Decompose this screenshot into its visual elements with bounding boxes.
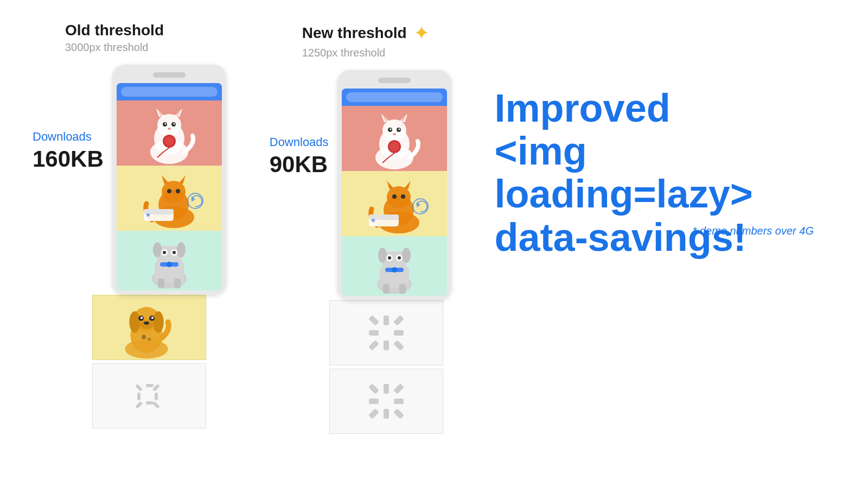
svg-point-75 — [372, 219, 375, 222]
svg-point-61 — [390, 129, 391, 130]
dog-mint-svg — [117, 231, 222, 290]
new-downloads-size: 90KB — [270, 151, 328, 178]
cat-image-card — [117, 100, 222, 166]
old-threshold-title: Old threshold — [65, 22, 164, 39]
new-dog-mint-card — [342, 236, 447, 296]
svg-point-62 — [398, 129, 400, 130]
old-threshold-subtitle: 3000px threshold — [65, 41, 164, 54]
svg-point-47 — [141, 317, 143, 319]
svg-point-11 — [168, 128, 171, 130]
phone-content — [117, 100, 222, 290]
new-orange-cat-card — [342, 171, 447, 236]
svg-point-42 — [129, 311, 140, 333]
phones-section: Old threshold 3000px threshold Downloads… — [33, 22, 451, 437]
svg-point-86 — [398, 256, 401, 260]
svg-point-33 — [163, 251, 166, 254]
new-cat-image-card — [342, 106, 447, 171]
new-downloads-text: Downloads — [270, 135, 329, 149]
svg-point-36 — [167, 262, 172, 267]
new-phone-content — [342, 106, 447, 296]
new-dog-mint-svg — [342, 236, 447, 296]
svg-point-29 — [153, 242, 162, 257]
svg-marker-18 — [179, 175, 186, 184]
svg-point-63 — [393, 133, 396, 135]
svg-point-51 — [148, 338, 151, 341]
new-threshold-subtitle: 1250px threshold — [302, 47, 430, 59]
new-url-bar — [346, 92, 443, 102]
svg-point-50 — [142, 335, 146, 339]
svg-point-19 — [167, 189, 171, 193]
new-phone-screen — [342, 89, 447, 296]
url-bar — [121, 87, 218, 97]
new-loading-card-2 — [329, 369, 443, 434]
svg-point-9 — [164, 123, 166, 125]
svg-point-65 — [390, 142, 399, 151]
yellow-dog-card — [92, 295, 206, 360]
svg-rect-89 — [383, 284, 390, 294]
svg-point-2 — [157, 114, 181, 136]
new-downloads-label: Downloads 90KB — [270, 70, 329, 178]
loading-spinner — [137, 384, 161, 408]
svg-marker-17 — [162, 175, 169, 184]
new-phone-notch — [378, 78, 411, 83]
new-cat-svg — [342, 106, 447, 171]
svg-point-72 — [401, 194, 405, 199]
browser-bar — [117, 83, 222, 100]
old-phone-screen — [117, 83, 222, 290]
old-phone-wrapper: Downloads 160KB — [33, 65, 226, 295]
yellow-dog-svg — [93, 295, 206, 360]
old-threshold-column: Old threshold 3000px threshold Downloads… — [33, 22, 226, 437]
old-downloads-label: Downloads 160KB — [33, 65, 104, 172]
svg-point-54 — [382, 119, 406, 141]
old-downloads-text: Downloads — [33, 130, 92, 144]
svg-point-30 — [177, 242, 186, 257]
svg-point-43 — [153, 311, 164, 333]
new-threshold-column: New threshold ✦ 1250px threshold Downloa… — [270, 22, 451, 437]
svg-point-85 — [388, 256, 391, 260]
svg-point-88 — [392, 267, 397, 273]
svg-point-82 — [402, 248, 411, 263]
new-loading-card-1 — [329, 300, 443, 365]
svg-marker-70 — [404, 181, 411, 190]
old-threshold-header: Old threshold 3000px threshold — [33, 22, 164, 54]
svg-point-13 — [164, 136, 174, 146]
dog-mint-image-card — [117, 231, 222, 290]
cat-svg — [117, 100, 222, 166]
right-section: Improved <img loading=lazy> data-savings… — [451, 22, 835, 259]
old-below-cards — [92, 295, 206, 432]
old-loading-card — [92, 363, 206, 428]
svg-marker-69 — [387, 181, 394, 190]
headline-line1: Improved — [495, 87, 835, 130]
new-threshold-title: New threshold — [302, 24, 407, 42]
svg-point-16 — [162, 181, 186, 203]
demo-note: * demo numbers over 4G — [693, 225, 814, 237]
svg-point-81 — [378, 248, 387, 263]
phone-notch — [153, 72, 186, 78]
new-phone-device — [337, 70, 451, 300]
svg-point-20 — [176, 189, 180, 193]
svg-point-34 — [173, 251, 176, 254]
new-title-row: New threshold ✦ — [302, 22, 430, 45]
sparkle-icon: ✦ — [413, 22, 430, 45]
svg-point-48 — [151, 317, 154, 319]
new-threshold-header: New threshold ✦ 1250px threshold — [270, 22, 430, 59]
svg-point-49 — [144, 321, 149, 325]
svg-point-10 — [173, 123, 175, 125]
new-phone-wrapper: Downloads 90KB — [270, 70, 451, 300]
svg-point-68 — [387, 186, 411, 208]
old-phone-device — [112, 65, 226, 295]
old-downloads-size: 160KB — [33, 146, 104, 172]
svg-point-23 — [146, 213, 150, 217]
svg-rect-38 — [174, 279, 181, 288]
new-browser-bar — [342, 89, 447, 106]
orange-cat-image-card — [117, 166, 222, 231]
headline-line2: <img loading=lazy> — [495, 130, 835, 216]
main-container: Old threshold 3000px threshold Downloads… — [0, 0, 868, 499]
headline-line3: data-savings! — [495, 216, 835, 259]
svg-rect-37 — [158, 279, 164, 288]
svg-point-71 — [392, 194, 397, 199]
new-orange-cat-svg — [342, 171, 447, 236]
svg-rect-90 — [399, 284, 406, 294]
orange-cat-svg — [117, 166, 222, 231]
new-below-cards — [329, 300, 443, 437]
